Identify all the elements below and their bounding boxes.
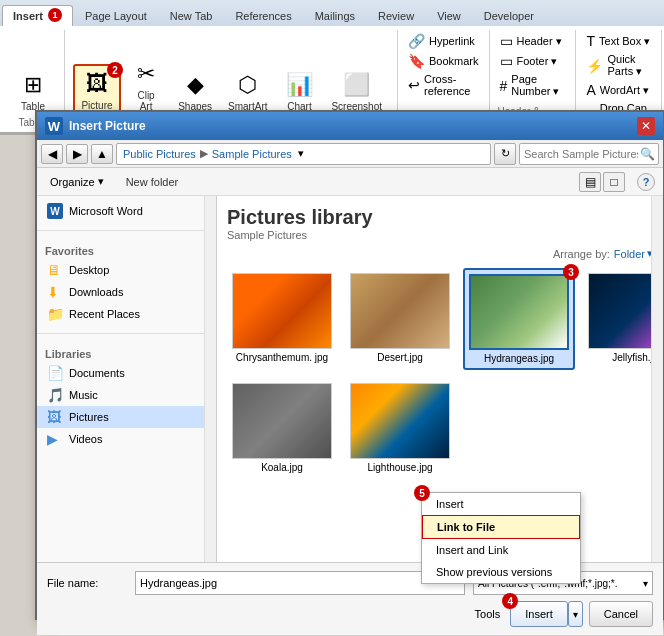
help-button[interactable]: ? (637, 173, 655, 191)
page-number-icon: # (500, 78, 508, 94)
word-logo-icon: W (45, 117, 63, 135)
text-box-button[interactable]: T Text Box ▾ (584, 32, 653, 50)
footer-button[interactable]: ▭ Footer ▾ (498, 52, 568, 70)
smartart-button[interactable]: ⬡ SmartArt (221, 66, 274, 115)
tab-references[interactable]: References (224, 5, 302, 26)
files-scrollbar[interactable] (651, 196, 663, 562)
sidebar-item-word[interactable]: W Microsoft Word (37, 200, 216, 222)
organize-button[interactable]: Organize ▾ (45, 172, 109, 191)
insert-dropdown-arrow-icon: ▾ (573, 609, 578, 620)
insert-dropdown-button[interactable]: ▾ (568, 601, 583, 627)
videos-icon: ▶ (47, 431, 63, 447)
cancel-button[interactable]: Cancel (589, 601, 653, 627)
hyperlink-label: Hyperlink (429, 35, 475, 47)
screenshot-button[interactable]: ⬜ Screenshot (324, 66, 389, 115)
nav-back-button[interactable]: ◀ (41, 144, 63, 164)
tab-view[interactable]: View (426, 5, 472, 26)
file-item-chrysanthemum[interactable]: Chrysanthemum. jpg (227, 268, 337, 370)
search-icon: 🔍 (640, 147, 655, 161)
tab-new-tab[interactable]: New Tab (159, 5, 224, 26)
cancel-button-label: Cancel (604, 608, 638, 620)
tab-view-label: View (437, 10, 461, 22)
dropdown-item-insert[interactable]: Insert (422, 493, 580, 515)
dropdown-insert-link-label: Insert and Link (436, 544, 508, 556)
illustrations-group: 🖼 Picture 2 ✂ Clip Art ◆ Shapes ⬡ SmartA… (73, 32, 389, 115)
nav-refresh-button[interactable]: ↻ (494, 143, 516, 165)
step-badge-5: 5 (414, 485, 430, 501)
tab-mailings[interactable]: Mailings (304, 5, 366, 26)
view-icons: ▤ □ (579, 172, 625, 192)
step-badge-2: 2 (107, 62, 123, 78)
tab-developer[interactable]: Developer (473, 5, 545, 26)
picture-button[interactable]: 🖼 Picture 2 (73, 64, 121, 115)
nav-path-sample[interactable]: Sample Pictures (212, 148, 292, 160)
organize-label: Organize (50, 176, 95, 188)
sidebar-word-label: Microsoft Word (69, 205, 143, 217)
view-preview-button[interactable]: □ (603, 172, 625, 192)
hyperlink-button[interactable]: 🔗 Hyperlink (406, 32, 481, 50)
bookmark-icon: 🔖 (408, 53, 425, 69)
arrange-value[interactable]: Folder ▾ (614, 247, 653, 260)
table-button[interactable]: ⊞ Table (10, 66, 56, 115)
cross-reference-button[interactable]: ↩ Cross-reference (406, 72, 481, 98)
nav-up-button[interactable]: ▲ (91, 144, 113, 164)
sidebar-word-section: W Microsoft Word (37, 196, 216, 226)
insert-dropdown-menu: 5 Insert Link to File Insert and Link Sh… (421, 492, 581, 584)
chart-button[interactable]: 📊 Chart (276, 66, 322, 115)
sidebar-item-desktop[interactable]: 🖥 Desktop (37, 259, 216, 281)
footer-label: Footer ▾ (517, 55, 558, 68)
search-input[interactable] (519, 143, 659, 165)
search-wrap: 🔍 (519, 143, 659, 165)
footer-icon: ▭ (500, 53, 513, 69)
filename-input[interactable] (135, 571, 465, 595)
hyperlink-icon: 🔗 (408, 33, 425, 49)
nav-path-public[interactable]: Public Pictures (123, 148, 196, 160)
file-item-hydrangeas[interactable]: 3 Hydrangeas.jpg (463, 268, 575, 370)
dropdown-item-insert-and-link[interactable]: Insert and Link (422, 539, 580, 561)
dropdown-item-link-to-file[interactable]: Link to File (422, 515, 580, 539)
file-item-desert[interactable]: Desert.jpg (345, 268, 455, 370)
tab-page-layout[interactable]: Page Layout (74, 5, 158, 26)
sidebar-videos-label: Videos (69, 433, 102, 445)
bottom-row2: Tools 4 Insert ▾ Cancel (47, 601, 653, 627)
quick-parts-button[interactable]: ⚡ Quick Parts ▾ (584, 52, 653, 79)
clip-art-button[interactable]: ✂ Clip Art (123, 55, 169, 115)
arrange-row: Arrange by: Folder ▾ (227, 247, 653, 260)
insert-button[interactable]: Insert (510, 601, 568, 627)
sidebar-item-pictures[interactable]: 🖼 Pictures (37, 406, 216, 428)
wordart-button[interactable]: A WordArt ▾ (584, 81, 653, 99)
tools-label: Tools (475, 608, 501, 620)
sidebar-item-videos[interactable]: ▶ Videos (37, 428, 216, 450)
arrange-label: Arrange by: (553, 248, 610, 260)
new-folder-button[interactable]: New folder (121, 173, 184, 191)
tab-review[interactable]: Review (367, 5, 425, 26)
header-button[interactable]: ▭ Header ▾ (498, 32, 568, 50)
arrange-value-text: Folder (614, 248, 645, 260)
chart-icon: 📊 (283, 69, 315, 101)
bookmark-button[interactable]: 🔖 Bookmark (406, 52, 481, 70)
sidebar-item-recent[interactable]: 📁 Recent Places (37, 303, 216, 325)
shapes-button[interactable]: ◆ Shapes (171, 66, 219, 115)
dropdown-item-show-previous[interactable]: Show previous versions (422, 561, 580, 583)
path-dropdown-arrow[interactable]: ▾ (298, 147, 304, 160)
sidebar-item-documents[interactable]: 📄 Documents (37, 362, 216, 384)
file-item-koala[interactable]: Koala.jpg (227, 378, 337, 478)
dialog-close-button[interactable]: ✕ (637, 117, 655, 135)
sidebar-documents-label: Documents (69, 367, 125, 379)
tab-developer-label: Developer (484, 10, 534, 22)
file-name-koala: Koala.jpg (261, 462, 303, 473)
nav-forward-button[interactable]: ▶ (66, 144, 88, 164)
view-change-button[interactable]: ▤ (579, 172, 601, 192)
smartart-icon: ⬡ (232, 69, 264, 101)
sidebar-item-music[interactable]: 🎵 Music (37, 384, 216, 406)
file-thumb-chrysanthemum (232, 273, 332, 349)
clip-art-icon: ✂ (130, 58, 162, 90)
quick-parts-icon: ⚡ (586, 58, 603, 74)
tab-new-tab-label: New Tab (170, 10, 213, 22)
library-title: Pictures library (227, 206, 653, 229)
file-name-chrysanthemum: Chrysanthemum. jpg (236, 352, 328, 363)
sidebar-item-downloads[interactable]: ⬇ Downloads (37, 281, 216, 303)
page-number-button[interactable]: # Page Number ▾ (498, 72, 568, 99)
tab-insert[interactable]: Insert 1 (2, 5, 73, 26)
file-item-lighthouse[interactable]: Lighthouse.jpg (345, 378, 455, 478)
